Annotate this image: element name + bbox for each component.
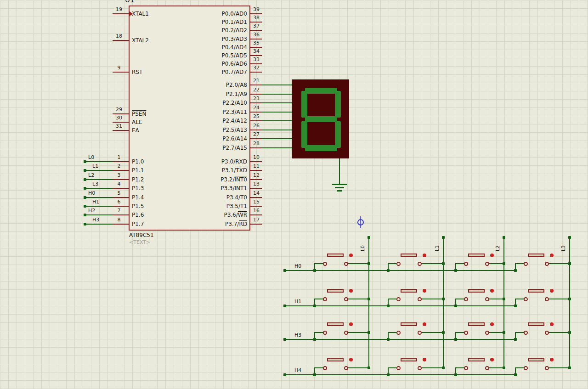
pin-label-p2-2-a10: P2.2/A10 [178, 100, 247, 106]
button-state-dot[interactable] [423, 322, 426, 326]
pin-label-p2-5-a13: P2.5/A13 [178, 127, 247, 133]
junction-dot [84, 169, 86, 172]
pin-number-12: 12 [250, 173, 262, 178]
button-state-dot[interactable] [490, 322, 494, 326]
junction-dot [568, 366, 571, 369]
origin-marker-hline [355, 222, 367, 222]
pin-number-4: 4 [112, 181, 126, 187]
button-terminal-right [545, 297, 549, 301]
button-state-dot[interactable] [349, 254, 353, 257]
button-left-wire [456, 332, 464, 333]
junction-dot [313, 304, 316, 307]
junction-dot [514, 269, 517, 272]
button-left-wire [315, 299, 323, 299]
net-label-H2: H2 [88, 208, 95, 214]
ground-stem [339, 158, 340, 185]
origin-marker-vline [360, 216, 361, 228]
segment-d [305, 145, 337, 151]
button-state-dot[interactable] [349, 358, 353, 361]
button-terminal-left [464, 262, 468, 266]
pin-number-24: 24 [250, 105, 262, 111]
button-cap [401, 322, 417, 326]
net-label-H0: H0 [88, 190, 95, 196]
button-cap [327, 289, 344, 293]
pin-stub [113, 197, 129, 198]
button-right-wire [489, 263, 504, 264]
pin-stub [113, 40, 129, 41]
pin-label-p3-6-wr: P3.6/WR [178, 212, 247, 218]
pin-stub [250, 63, 262, 64]
seven-segment-display[interactable] [292, 79, 349, 158]
pin-stub [250, 224, 262, 225]
pin-label-p1-4: P1.4 [132, 194, 144, 201]
button-right-wire [348, 299, 369, 299]
pin-stub [250, 72, 262, 73]
button-terminal-right [485, 331, 489, 335]
button-state-dot[interactable] [423, 289, 426, 293]
junction-dot [442, 298, 445, 300]
pin-label-p2-3-a11: P2.3/A11 [178, 109, 247, 115]
col-wire-L1 [443, 236, 444, 368]
col-label-L3: L3 [560, 244, 566, 253]
display-wire [262, 94, 292, 95]
button-state-dot[interactable] [490, 289, 494, 293]
button-state-dot[interactable] [349, 289, 353, 293]
display-wire [262, 138, 292, 139]
pin-label-p0-0-ad0: P0.0/AD0 [178, 11, 247, 17]
pin-number-13: 13 [250, 181, 262, 187]
button-state-dot[interactable] [423, 254, 426, 257]
chip-text-placeholder: <TEXT> [129, 239, 150, 245]
button-right-wire [548, 332, 570, 333]
pin-number-22: 22 [250, 87, 262, 93]
pin-stub [113, 161, 129, 162]
junction-dot [368, 331, 370, 334]
pin-label-ale: ALE [132, 119, 142, 125]
pin-number-35: 35 [250, 40, 262, 46]
junction-dot [84, 187, 86, 190]
pin-label-p0-3-ad3: P0.3/AD3 [178, 36, 247, 42]
button-state-dot[interactable] [423, 358, 426, 361]
junction-dot [503, 331, 505, 334]
button-terminal-right [418, 297, 422, 301]
col-label-L0: L0 [360, 244, 366, 253]
pin-number-3: 3 [112, 173, 126, 178]
junction-dot [84, 196, 86, 199]
pin-label-xtal2: XTAL2 [132, 37, 149, 44]
pin-label-p3-5-t1: P3.5/T1 [178, 203, 247, 209]
net-label-L1: L1 [92, 163, 98, 169]
button-terminal-left [464, 297, 468, 301]
button-state-dot[interactable] [550, 322, 554, 326]
button-state-dot[interactable] [349, 322, 353, 326]
pin-number-11: 11 [250, 163, 262, 169]
button-state-dot[interactable] [490, 254, 494, 257]
segment-b [335, 91, 341, 118]
button-terminal-left [323, 366, 327, 370]
pin-stub [250, 130, 262, 130]
button-state-dot[interactable] [550, 358, 554, 361]
button-state-dot[interactable] [490, 358, 494, 361]
button-terminal-right [418, 366, 422, 370]
button-state-dot[interactable] [550, 254, 554, 257]
pin-stub [113, 224, 129, 225]
pin-number-16: 16 [250, 208, 262, 214]
pin-label-p1-5: P1.5 [132, 203, 144, 209]
row-label-H1: H1 [294, 299, 301, 304]
pin-stub [250, 13, 262, 14]
button-right-wire [548, 299, 570, 299]
junction-dot [442, 236, 445, 239]
junction-dot [503, 262, 505, 265]
button-state-dot[interactable] [550, 289, 554, 293]
button-terminal-right [344, 366, 348, 370]
button-terminal-right [344, 262, 348, 266]
display-wire [262, 130, 292, 130]
button-right-wire [348, 367, 369, 368]
pin-number-30: 30 [112, 115, 126, 121]
pin-stub [250, 47, 262, 48]
button-left-wire [456, 299, 464, 299]
net-wire-H2 [85, 214, 113, 215]
net-label-H3: H3 [92, 217, 99, 223]
net-label-L0: L0 [88, 154, 94, 160]
pin-number-8: 8 [112, 217, 126, 223]
button-terminal-right [344, 331, 348, 335]
button-terminal-left [396, 366, 401, 370]
